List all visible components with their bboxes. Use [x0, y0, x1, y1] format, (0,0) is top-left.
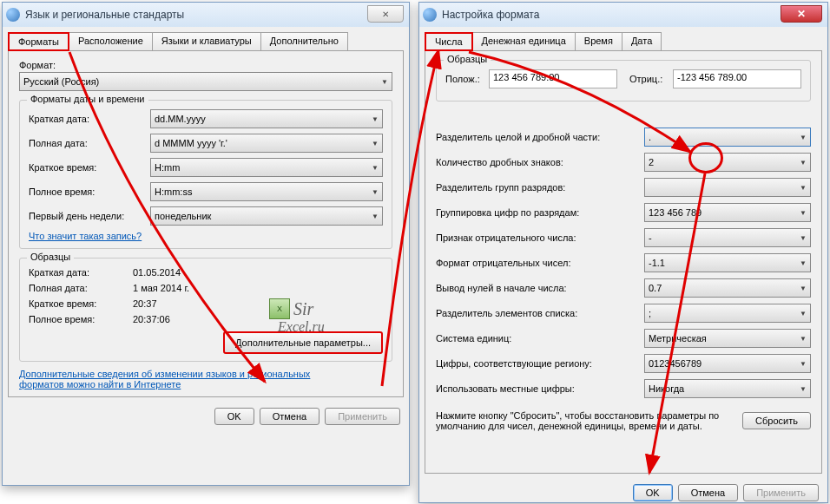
chevron-down-icon: ▼: [800, 184, 807, 192]
number-setting-row: Система единиц:Метрическая▼: [436, 329, 811, 348]
samples-group-2: Образцы Полож.: 123 456 789.00 Отриц.: -…: [436, 60, 811, 101]
globe-icon: [6, 8, 20, 22]
sample-value: 1 мая 2014 г.: [133, 283, 189, 293]
cancel-button-1[interactable]: Отмена: [260, 408, 319, 425]
apply-button-1[interactable]: Применить: [325, 408, 400, 425]
apply-button-2[interactable]: Применить: [743, 484, 819, 501]
sample-label: Краткое время:: [29, 298, 133, 309]
chevron-down-icon: ▼: [372, 140, 379, 147]
setting-dropdown[interactable]: ;▼: [644, 304, 811, 323]
samples-group-title-2: Образцы: [444, 54, 491, 64]
setting-label: Система единиц:: [436, 333, 644, 344]
sample-value: 01.05.2014: [133, 267, 181, 278]
format-row-label: Краткое время:: [29, 162, 150, 173]
setting-label: Признак отрицательного числа:: [436, 232, 644, 243]
number-setting-row: Формат отрицательных чисел:-1.1▼: [436, 253, 811, 272]
reset-hint: Нажмите кнопку "Сбросить", чтобы восстан…: [436, 410, 734, 431]
chevron-down-icon: ▼: [800, 360, 807, 368]
setting-dropdown[interactable]: ▼: [644, 178, 811, 197]
format-row: Полное время:H:mm:ss▼: [29, 182, 383, 201]
format-dropdown[interactable]: Русский (Россия) ▼: [19, 72, 392, 91]
ok-button-1[interactable]: OK: [214, 408, 254, 425]
setting-dropdown[interactable]: 0123456789▼: [644, 354, 811, 373]
setting-dropdown[interactable]: 0.7▼: [644, 278, 811, 298]
format-row-dropdown[interactable]: dd.MM.yyyy▼: [150, 109, 383, 128]
tab-keyboards[interactable]: Языки и клавиатуры: [152, 32, 261, 50]
reset-button[interactable]: Сбросить: [742, 412, 811, 429]
titlebar-2: Настройка формата ✕: [419, 3, 827, 27]
ok-button-2[interactable]: OK: [633, 484, 673, 501]
button-row-2: OK Отмена Применить: [419, 479, 827, 504]
format-label: Формат:: [19, 60, 392, 70]
sample-label: Краткая дата:: [29, 267, 133, 278]
chevron-down-icon: ▼: [800, 335, 807, 343]
tab-advanced[interactable]: Дополнительно: [260, 32, 348, 50]
window-title-2: Настройка формата: [442, 9, 539, 21]
negative-sample: -123 456 789.00: [673, 69, 801, 88]
format-row-label: Полное время:: [29, 187, 150, 197]
setting-value: Никогда: [649, 383, 800, 394]
chevron-down-icon: ▼: [372, 115, 379, 123]
format-row-dropdown[interactable]: d MMMM yyyy 'г.'▼: [150, 134, 383, 153]
sample-row: Полное время:20:37:06: [29, 314, 383, 324]
datetime-group-title: Форматы даты и времени: [27, 94, 148, 104]
format-row-dropdown[interactable]: H:mm:ss▼: [150, 182, 383, 201]
tab-date[interactable]: Дата: [622, 32, 662, 50]
sample-label: Полная дата:: [29, 283, 133, 293]
window-title-1: Язык и региональные стандарты: [25, 9, 184, 21]
sample-value: 20:37:06: [133, 314, 170, 324]
setting-label: Вывод нулей в начале числа:: [436, 283, 644, 293]
tab-time[interactable]: Время: [575, 32, 622, 50]
format-row-value: dd.MM.yyyy: [155, 114, 372, 124]
tab-formats[interactable]: Форматы: [8, 32, 69, 51]
format-row-value: H:mm: [155, 162, 372, 173]
format-customize-window: Настройка формата ✕ Числа Денежная едини…: [418, 2, 828, 503]
tabs-2: Числа Денежная единица Время Дата: [419, 27, 827, 50]
setting-value: -1.1: [649, 258, 800, 268]
close-button-1[interactable]: ✕: [367, 5, 404, 23]
sample-value: 20:37: [133, 298, 157, 309]
chevron-down-icon: ▼: [800, 209, 807, 217]
tab-location[interactable]: Расположение: [69, 32, 153, 50]
setting-value: 123 456 789: [649, 207, 800, 218]
titlebar-1: Язык и региональные стандарты ✕: [3, 3, 409, 27]
globe-icon: [423, 8, 437, 22]
chevron-down-icon: ▼: [800, 234, 807, 242]
chevron-down-icon: ▼: [800, 310, 807, 317]
notation-link[interactable]: Что значит такая запись?: [29, 231, 383, 241]
sample-row: Полная дата:1 мая 2014 г.: [29, 283, 383, 293]
setting-dropdown[interactable]: -1.1▼: [644, 253, 811, 272]
setting-dropdown[interactable]: Никогда▼: [644, 379, 811, 398]
negative-label: Отриц.:: [629, 74, 673, 84]
cancel-button-2[interactable]: Отмена: [678, 484, 738, 501]
format-row-dropdown[interactable]: понедельник▼: [150, 206, 383, 226]
online-info-link[interactable]: Дополнительные сведения об изменении язы…: [19, 369, 349, 389]
number-setting-row: Количество дробных знаков:2▼: [436, 153, 811, 172]
format-row-value: d MMMM yyyy 'г.': [155, 138, 372, 148]
setting-dropdown[interactable]: 123 456 789▼: [644, 203, 811, 222]
formats-panel: Формат: Русский (Россия) ▼ Форматы даты …: [8, 50, 404, 397]
number-setting-row: Использовать местные цифры:Никогда▼: [436, 379, 811, 398]
chevron-down-icon: ▼: [372, 164, 379, 172]
setting-dropdown[interactable]: Метрическая▼: [644, 329, 811, 348]
tab-numbers[interactable]: Числа: [425, 32, 473, 51]
setting-label: Количество дробных знаков:: [436, 157, 644, 167]
close-button-2[interactable]: ✕: [781, 5, 822, 23]
setting-value: Метрическая: [649, 333, 800, 344]
setting-label: Цифры, соответствующие региону:: [436, 358, 644, 369]
format-row-dropdown[interactable]: H:mm▼: [150, 158, 383, 177]
setting-dropdown[interactable]: 2▼: [644, 153, 811, 172]
format-row-label: Краткая дата:: [29, 114, 150, 124]
setting-value: .: [649, 132, 800, 142]
setting-dropdown[interactable]: -▼: [644, 228, 811, 247]
sample-label: Полное время:: [29, 314, 133, 324]
format-row: Краткая дата:dd.MM.yyyy▼: [29, 109, 383, 128]
setting-dropdown[interactable]: .▼: [644, 128, 811, 147]
samples-group-title-1: Образцы: [27, 252, 74, 262]
number-setting-row: Вывод нулей в начале числа:0.7▼: [436, 278, 811, 298]
additional-params-button[interactable]: Дополнительные параметры...: [223, 331, 383, 354]
tab-currency[interactable]: Денежная единица: [472, 32, 576, 50]
tabs-1: Форматы Расположение Языки и клавиатуры …: [3, 27, 409, 50]
chevron-down-icon: ▼: [800, 159, 807, 167]
numbers-panel: Образцы Полож.: 123 456 789.00 Отриц.: -…: [425, 50, 822, 474]
